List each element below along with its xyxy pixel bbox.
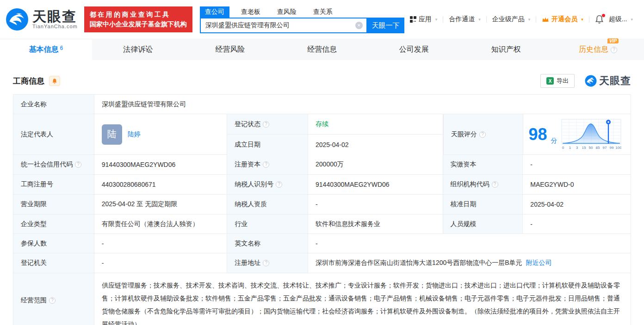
nav-open-vip[interactable]: 开通会员 ▾ (542, 15, 583, 24)
legal-rep-cell: 陆 陆婷 (94, 114, 227, 155)
monitor-bell-button[interactable] (49, 76, 60, 86)
chart-tick-labels: 0 1 3 15 50 85 97 99 100 (562, 146, 621, 150)
nav-enterprise-products[interactable]: 企业级产品 ▾ (492, 15, 531, 24)
score-distribution-chart[interactable]: 0 1 3 15 50 85 97 99 100 (561, 119, 621, 150)
tab-intellectual-property[interactable]: 知识产权 (460, 39, 552, 60)
registered-capital-value: 200000万 (308, 155, 443, 175)
nav-divider (443, 16, 443, 23)
notifications-bell[interactable] (595, 15, 604, 24)
page-tabbar: 基本信息 6 法律诉讼 经营风险 经营信息 公司发展 知识产权 历史信息 VIP… (0, 39, 644, 60)
svg-text:1: 1 (569, 146, 571, 150)
svg-text:0: 0 (562, 146, 564, 150)
insured-count-value: - (94, 234, 228, 253)
tab-history-info[interactable]: 历史信息 VIP ? (552, 39, 644, 60)
watermark-text: 天眼查 (599, 74, 631, 88)
legal-rep-avatar[interactable]: 陆 (102, 124, 122, 145)
table-row: 工商注册号 440300280680671 纳税人识别号? 91440300MA… (13, 175, 631, 195)
search-input[interactable] (205, 22, 355, 29)
help-icon[interactable]: ? (263, 161, 269, 168)
field-label: 统一社会信用代码 (21, 160, 73, 169)
nav-super-vip[interactable]: 超级... ▾ (609, 15, 633, 24)
nav-super-label: 超级... (609, 15, 627, 24)
search-tab-boss[interactable]: 查老板 (236, 6, 266, 18)
banner-line2: 国家中小企业发展子基金旗下机构 (90, 19, 187, 29)
svg-text:50: 50 (588, 146, 593, 150)
svg-text:99: 99 (609, 146, 613, 150)
help-icon[interactable]: ? (75, 161, 81, 168)
business-scope-label-cell: 经营范围? (13, 273, 94, 325)
english-name-value: - (308, 234, 631, 253)
credit-code-label-cell: 统一社会信用代码? (13, 155, 94, 175)
apps-grid-icon (410, 16, 416, 23)
nav-cooperation[interactable]: 合作通道 ▾ (449, 15, 481, 24)
table-row: 法定代表人 陆 陆婷 登记状态 ? 存续 成立日期 2025-04-02 天眼评… (13, 114, 631, 155)
company-name-value: 深圳盛盟供应链管理有限公司 (94, 95, 631, 114)
tab-legal-litigation[interactable]: 法律诉讼 (92, 39, 184, 60)
nav-cooperation-label: 合作通道 (449, 15, 475, 24)
export-button[interactable]: X 导出 (540, 74, 575, 88)
business-scope-value: 供应链管理服务；技术服务、技术开发、技术咨询、技术交流、技术转让、技术推广；专业… (94, 273, 631, 325)
status-date-stack: 登记状态 ? 存续 成立日期 2025-04-02 (227, 114, 443, 155)
search-tab-relation[interactable]: 查关系 (308, 6, 338, 18)
nav-divider (589, 16, 589, 23)
search-input-box: ✕ (200, 18, 367, 33)
help-icon[interactable]: ? (611, 47, 617, 53)
reg-number-label: 工商注册号 (13, 175, 94, 195)
tianyancha-logo-icon (585, 75, 597, 87)
help-icon[interactable]: ? (263, 260, 269, 266)
legal-rep-link[interactable]: 陆婷 (128, 130, 141, 139)
company-type-value: 有限责任公司（港澳台法人独资） (94, 215, 228, 234)
search-tab-risk[interactable]: 查风险 (272, 6, 302, 18)
tab-company-development[interactable]: 公司发展 (368, 39, 460, 60)
search-tab-company[interactable]: 查公司 (200, 6, 229, 18)
table-row: 企业名称 深圳盛盟供应链管理有限公司 (13, 95, 631, 114)
field-label: 纳税人识别号 (235, 180, 273, 189)
chevron-down-icon: ▾ (435, 17, 438, 22)
registration-authority-label: 登记机关 (13, 253, 94, 273)
tab-operation-risk[interactable]: 经营风险 (184, 39, 276, 60)
tab-label: 知识产权 (491, 45, 521, 55)
search-button[interactable]: 天眼一下 (367, 18, 404, 33)
score-label: 天眼评分 (451, 130, 477, 139)
brand-name: 天眼查 (32, 10, 78, 24)
tab-business-info[interactable]: 经营信息 (276, 39, 368, 60)
help-icon[interactable]: ? (276, 181, 282, 188)
help-icon[interactable]: ? (263, 121, 269, 128)
field-label: 注册地址 (235, 259, 260, 267)
nav-apps[interactable]: 应用 ▾ (410, 15, 438, 24)
svg-text:85: 85 (595, 146, 600, 150)
tianyancha-logo-icon (6, 8, 29, 31)
taxpayer-qualification-label: 纳税人资质 (227, 195, 308, 215)
nearby-companies-link[interactable]: 附近公司 (526, 259, 552, 267)
header: 天眼查 TianYanCha.com 都在用的商业查询工具 国家中小企业发展子基… (0, 0, 644, 39)
registered-address-cell: 深圳市前海深港合作区南山街道怡海大道1200号西部物流中心一层B单元 附近公司 (308, 253, 631, 273)
clear-search-icon[interactable]: ✕ (355, 22, 363, 29)
reg-status-value: 存续 (308, 114, 443, 134)
chevron-down-icon: ▾ (528, 17, 531, 22)
vip-badge: VIP (607, 38, 619, 43)
help-icon[interactable]: ? (492, 181, 498, 188)
approval-date-label: 核准日期 (443, 195, 523, 215)
tab-basic-info[interactable]: 基本信息 6 (0, 39, 92, 60)
score-value: 98 (529, 126, 547, 143)
tab-basic-info-count: 6 (60, 45, 63, 51)
export-label: 导出 (557, 77, 569, 85)
org-code-value: MAEG2YWD-0 (523, 175, 631, 195)
tianyancha-logo[interactable]: 天眼查 TianYanCha.com (6, 8, 78, 31)
brand-domain: TianYanCha.com (32, 24, 78, 29)
nav-divider (536, 16, 536, 23)
approval-date-value: 2025-04-02 (523, 195, 631, 215)
tab-label: 经营风险 (215, 45, 245, 55)
taxpayer-id-label-cell: 纳税人识别号? (227, 175, 308, 195)
reg-status-label: 登记状态 (235, 120, 260, 129)
taxpayer-id-value: 91440300MAEG2YWD06 (308, 175, 443, 195)
org-code-label-cell: 组织机构代码? (443, 175, 523, 195)
score-cell: 98 分 0 (523, 114, 631, 155)
help-icon[interactable]: ? (479, 131, 486, 138)
staff-size-value: - (523, 215, 631, 234)
company-name-label: 企业名称 (13, 95, 94, 114)
chevron-down-icon: ▾ (581, 17, 583, 22)
help-icon[interactable]: ? (49, 297, 56, 304)
notification-dot (602, 14, 605, 17)
svg-text:15: 15 (582, 146, 586, 150)
